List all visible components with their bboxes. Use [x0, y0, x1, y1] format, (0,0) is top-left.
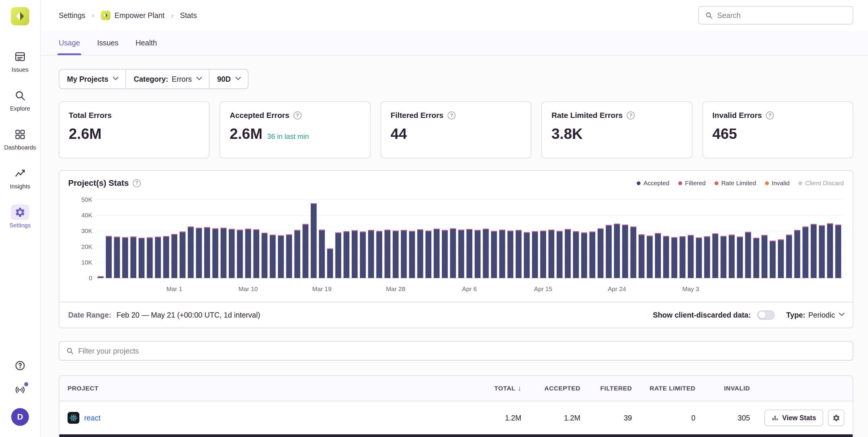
column-header-accepted[interactable]: Accepted	[521, 385, 580, 392]
breadcrumb-label: Settings	[59, 11, 85, 20]
breadcrumb-label: Empower Plant	[115, 11, 165, 20]
breadcrumb-stats[interactable]: Stats	[180, 11, 197, 20]
stat-title: Invalid Errors	[713, 111, 762, 120]
sidebar-item-issues[interactable]: Issues	[11, 49, 29, 73]
legend-invalid[interactable]: Invalid	[765, 179, 790, 187]
insights-icon	[11, 166, 29, 181]
legend-dot-icon	[678, 181, 682, 185]
project-link[interactable]: react	[84, 414, 101, 422]
date-range-value: Feb 20 — May 21 (+00:00 UTC, 1d interval…	[117, 311, 260, 320]
explore-search-icon	[11, 88, 29, 103]
info-icon[interactable]	[293, 111, 302, 120]
svg-text:Mar 19: Mar 19	[312, 285, 331, 292]
svg-text:Apr 15: Apr 15	[534, 285, 552, 292]
info-icon[interactable]	[627, 111, 634, 120]
svg-text:50K: 50K	[82, 196, 92, 203]
sidebar-item-insights[interactable]: Insights	[10, 166, 30, 190]
breadcrumb-organization[interactable]: Empower Plant	[101, 11, 165, 20]
legend-client-discard[interactable]: Client Discard	[798, 179, 844, 187]
tab-health[interactable]: Health	[136, 31, 157, 55]
chart-body: Project(s) Stats Accepted Filtered Rate …	[59, 171, 852, 302]
view-stats-button[interactable]: View Stats	[765, 410, 823, 426]
project-settings-button[interactable]	[828, 410, 844, 426]
stat-live-rate: 36 in last min	[267, 132, 309, 141]
tab-bar: Usage Issues Health	[40, 31, 868, 56]
category-value: Errors	[172, 75, 192, 83]
tab-issues[interactable]: Issues	[97, 31, 118, 55]
whats-new-button[interactable]	[14, 384, 26, 396]
category-dropdown[interactable]: Category: Errors	[125, 70, 209, 89]
svg-text:0: 0	[89, 274, 92, 281]
column-header-invalid[interactable]: Invalid	[695, 385, 750, 392]
sidebar-nav: Issues Explore Dashboards	[4, 49, 36, 229]
global-search[interactable]	[699, 6, 853, 25]
avatar-initial: D	[17, 412, 23, 422]
period-value: 90D	[217, 75, 231, 83]
cell-rate-limited: 0	[632, 414, 695, 422]
user-avatar[interactable]: D	[11, 408, 29, 426]
project-scope-dropdown[interactable]: My Projects	[59, 70, 125, 89]
top-bar: Settings › Empower Plant › Stats	[40, 0, 868, 31]
legend-rate-limited[interactable]: Rate Limited	[715, 179, 756, 187]
search-icon	[705, 11, 713, 20]
info-icon[interactable]	[766, 111, 774, 120]
column-header-rate-limited[interactable]: Rate Limited	[632, 385, 695, 392]
help-button[interactable]	[14, 360, 26, 372]
sidebar-item-dashboards[interactable]: Dashboards	[4, 127, 36, 151]
type-label: Type:	[786, 311, 805, 320]
stat-card-invalid-errors: Invalid Errors 465	[703, 101, 853, 158]
svg-text:May 3: May 3	[682, 285, 699, 292]
svg-text:Apr 6: Apr 6	[462, 285, 477, 292]
stat-card-rate-limited-errors: Rate Limited Errors 3.8K	[541, 101, 692, 158]
column-header-filtered[interactable]: Filtered	[580, 385, 632, 392]
tab-label: Usage	[59, 39, 80, 47]
cut-off-next-row	[59, 434, 852, 437]
project-filter-input[interactable]	[78, 347, 846, 355]
sidebar-item-label: Dashboards	[4, 144, 36, 151]
type-dropdown[interactable]: Type: Periodic	[786, 311, 844, 320]
chevron-down-icon	[113, 74, 119, 80]
project-stats-panel: Project(s) Stats Accepted Filtered Rate …	[59, 170, 853, 328]
view-stats-label: View Stats	[782, 414, 816, 422]
main-area: Settings › Empower Plant › Stats	[40, 0, 868, 437]
legend-label: Filtered	[685, 179, 706, 187]
search-input[interactable]	[717, 11, 847, 20]
stat-card-filtered-errors: Filtered Errors 44	[381, 101, 531, 158]
column-header-total[interactable]: Total	[465, 384, 521, 392]
date-period-dropdown[interactable]: 90D	[209, 70, 248, 89]
column-label: Total	[494, 385, 516, 392]
legend-label: Invalid	[772, 179, 790, 187]
chevron-down-icon	[839, 310, 845, 316]
stat-title: Rate Limited Errors	[551, 111, 623, 120]
legend-filtered[interactable]: Filtered	[678, 179, 706, 187]
table-header-row: Project Total Accepted Filtered Rate Lim…	[59, 376, 852, 401]
sidebar-item-settings[interactable]: Settings	[9, 205, 31, 229]
sidebar-item-explore[interactable]: Explore	[10, 88, 30, 112]
chevron-down-icon	[196, 74, 202, 80]
sidebar-item-label: Insights	[10, 183, 30, 190]
tab-usage[interactable]: Usage	[59, 31, 80, 55]
column-header-project[interactable]: Project	[68, 385, 465, 392]
settings-gear-icon	[11, 205, 29, 220]
legend-accepted[interactable]: Accepted	[637, 179, 670, 187]
sidebar-bottom: D	[11, 360, 29, 426]
client-discard-toggle[interactable]	[757, 310, 774, 320]
project-cell: react	[68, 412, 465, 424]
breadcrumb-settings[interactable]: Settings	[59, 11, 85, 20]
stat-title: Total Errors	[69, 111, 112, 120]
org-avatar[interactable]	[11, 7, 29, 25]
legend-label: Client Discard	[805, 179, 844, 187]
info-icon[interactable]	[133, 179, 141, 187]
stat-card-row: Total Errors 2.6M Accepted Errors 2.6M 3…	[59, 101, 853, 158]
cell-accepted: 1.2M	[521, 414, 580, 422]
chart-legend: Accepted Filtered Rate Limited Invalid C…	[637, 179, 844, 187]
info-icon[interactable]	[447, 111, 456, 120]
project-filter-box[interactable]	[59, 341, 853, 361]
projects-table: Project Total Accepted Filtered Rate Lim…	[59, 375, 853, 437]
project-scope-label: My Projects	[67, 75, 108, 83]
issues-icon	[11, 49, 29, 64]
breadcrumb-separator-icon: ›	[92, 11, 94, 20]
stat-title: Filtered Errors	[391, 111, 443, 120]
stat-value: 2.6M	[69, 125, 101, 142]
svg-text:30K: 30K	[82, 227, 92, 234]
